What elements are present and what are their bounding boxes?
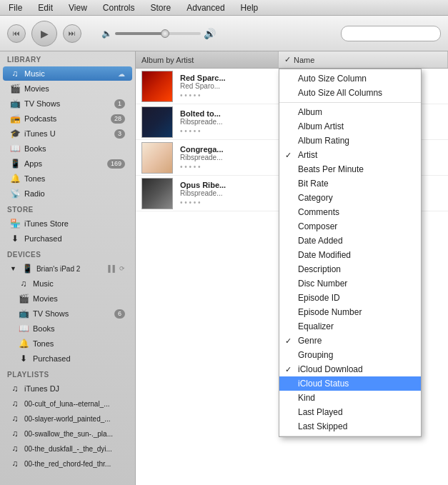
- context-menu: Auto Size Column Auto Size All Columns A…: [279, 69, 422, 437]
- ctx-description[interactable]: Description: [279, 262, 421, 276]
- sidebar: LIBRARY ♫ Music ☁ 🎬 Movies 📺 TV Shows 1 …: [0, 51, 136, 485]
- dev-tvshows-icon: 📺: [19, 309, 29, 319]
- ctx-composer-label: Composer: [298, 221, 337, 231]
- ctx-composer[interactable]: Composer: [279, 219, 421, 234]
- sidebar-label-music: Music: [24, 69, 114, 78]
- sidebar-item-ipad[interactable]: ▼ 📱 Brian's iPad 2 ▐▐ ⟳: [3, 261, 132, 276]
- ctx-category-label: Category: [298, 193, 333, 203]
- ctx-last-skipped[interactable]: Last Skipped: [279, 419, 421, 434]
- volume-slider[interactable]: [115, 32, 201, 35]
- menu-store[interactable]: Store: [148, 1, 174, 14]
- sidebar-item-dev-tones[interactable]: 🔔 Tones: [3, 336, 132, 351]
- ctx-equalizer-label: Equalizer: [298, 321, 334, 331]
- sidebar-item-purchased[interactable]: ⬇ Purchased: [3, 231, 132, 246]
- menu-file[interactable]: File: [6, 1, 25, 14]
- sidebar-item-dev-movies[interactable]: 🎬 Movies: [3, 291, 132, 306]
- movies-icon: 🎬: [10, 84, 20, 94]
- sidebar-label-radio: Radio: [24, 189, 125, 198]
- store-header: STORE: [0, 201, 135, 216]
- ctx-episode-id-label: Episode ID: [298, 293, 340, 303]
- apps-badge: 169: [107, 159, 125, 169]
- menu-bar: File Edit View Controls Store Advanced H…: [0, 0, 448, 16]
- menu-advanced[interactable]: Advanced: [184, 1, 227, 14]
- ctx-artist-label: Artist: [298, 150, 317, 160]
- forward-button[interactable]: ⏭: [63, 24, 81, 43]
- ctx-date-added[interactable]: Date Added: [279, 234, 421, 248]
- play-button[interactable]: ▶: [31, 21, 57, 46]
- ctx-genre[interactable]: ✓ Genre: [279, 334, 421, 348]
- sidebar-item-tones[interactable]: 🔔 Tones: [3, 171, 132, 186]
- sidebar-item-dev-music[interactable]: ♫ Music: [3, 276, 132, 291]
- ctx-album-artist[interactable]: Album Artist: [279, 119, 421, 134]
- sidebar-item-pl1[interactable]: ♫ 00-cult_of_luna--eternal_...: [3, 396, 132, 411]
- sidebar-item-books[interactable]: 📖 Books: [3, 141, 132, 156]
- menu-edit[interactable]: Edit: [35, 1, 56, 14]
- ctx-icloud-status[interactable]: iCloud Status: [279, 376, 421, 391]
- dev-books-icon: 📖: [19, 324, 29, 334]
- sidebar-label-dev-tvshows: TV Shows: [33, 309, 110, 318]
- menu-help[interactable]: Help: [238, 1, 262, 14]
- sidebar-item-itunes-store[interactable]: 🏪 iTunes Store: [3, 216, 132, 231]
- ctx-equalizer[interactable]: Equalizer: [279, 319, 421, 334]
- sidebar-item-pl5[interactable]: ♫ 00-the_red_chord-fed_thr...: [3, 456, 132, 471]
- ctx-grouping[interactable]: Grouping: [279, 348, 421, 362]
- column-header-album[interactable]: Album by Artist: [136, 51, 279, 68]
- ctx-last-played[interactable]: Last Played: [279, 405, 421, 419]
- sidebar-item-dev-purchased[interactable]: ⬇ Purchased: [3, 351, 132, 366]
- ctx-icloud-status-label: iCloud Status: [298, 379, 349, 389]
- ctx-episode-number[interactable]: Episode Number: [279, 305, 421, 319]
- sidebar-item-dev-books[interactable]: 📖 Books: [3, 321, 132, 336]
- ctx-album[interactable]: Album: [279, 105, 421, 119]
- sidebar-item-movies[interactable]: 🎬 Movies: [3, 81, 132, 96]
- sidebar-label-podcasts: Podcasts: [24, 114, 106, 123]
- sidebar-label-tones: Tones: [24, 174, 125, 183]
- sidebar-item-tvshows[interactable]: 📺 TV Shows 1: [3, 96, 132, 111]
- sidebar-label-dev-books: Books: [33, 324, 125, 333]
- ctx-category[interactable]: Category: [279, 191, 421, 205]
- ctx-bit-rate[interactable]: Bit Rate: [279, 176, 421, 191]
- pl5-icon: ♫: [10, 459, 20, 469]
- sidebar-label-ipad: Brian's iPad 2: [36, 265, 101, 273]
- sidebar-item-itunesu[interactable]: 🎓 iTunes U 3: [3, 126, 132, 141]
- ctx-artist-check: ✓: [285, 151, 292, 160]
- menu-controls[interactable]: Controls: [100, 1, 138, 14]
- ctx-grouping-label: Grouping: [298, 350, 333, 360]
- rewind-button[interactable]: ⏮: [7, 24, 26, 43]
- pl1-icon: ♫: [10, 399, 20, 409]
- ctx-comments[interactable]: Comments: [279, 205, 421, 219]
- ctx-episode-id[interactable]: Episode ID: [279, 291, 421, 305]
- ctx-auto-size-col[interactable]: Auto Size Column: [279, 71, 421, 86]
- ctx-auto-size-all[interactable]: Auto Size All Columns: [279, 86, 421, 100]
- sidebar-item-apps[interactable]: 📱 Apps 169: [3, 156, 132, 171]
- ctx-date-added-label: Date Added: [298, 236, 343, 246]
- context-menu-top-section: Auto Size Column Auto Size All Columns: [279, 69, 421, 103]
- menu-view[interactable]: View: [66, 1, 90, 14]
- ctx-icloud-download[interactable]: ✓ iCloud Download: [279, 362, 421, 376]
- ctx-kind[interactable]: Kind: [279, 391, 421, 405]
- album-art-1: [141, 71, 173, 102]
- ctx-date-modified[interactable]: Date Modified: [279, 248, 421, 262]
- sidebar-item-itunes-dj[interactable]: ♫ iTunes DJ: [3, 381, 132, 396]
- ctx-bpm[interactable]: Beats Per Minute: [279, 162, 421, 176]
- sidebar-label-dev-purchased: Purchased: [33, 354, 125, 363]
- sidebar-item-radio[interactable]: 📡 Radio: [3, 186, 132, 201]
- ctx-artist[interactable]: ✓ Artist: [279, 148, 421, 162]
- sidebar-label-pl5: 00-the_red_chord-fed_thr...: [24, 460, 125, 468]
- podcasts-badge: 28: [111, 114, 125, 124]
- sidebar-item-pl4[interactable]: ♫ 00-the_duskfall_-_the_dyi...: [3, 441, 132, 456]
- music-icon: ♫: [10, 69, 20, 79]
- sidebar-item-dev-tvshows[interactable]: 📺 TV Shows 6: [3, 306, 132, 321]
- sidebar-item-podcasts[interactable]: 📻 Podcasts 28: [3, 111, 132, 126]
- ctx-album-rating[interactable]: Album Rating: [279, 134, 421, 148]
- sidebar-item-music[interactable]: ♫ Music ☁: [3, 66, 132, 81]
- ctx-bpm-label: Beats Per Minute: [298, 164, 364, 174]
- sidebar-label-dev-tones: Tones: [33, 339, 125, 348]
- sidebar-item-pl3[interactable]: ♫ 00-swallow_the_sun-._pla...: [3, 426, 132, 441]
- ctx-disc-number[interactable]: Disc Number: [279, 276, 421, 291]
- sidebar-label-pl2: 00-slayer-world_painted_...: [24, 415, 125, 423]
- sidebar-item-pl2[interactable]: ♫ 00-slayer-world_painted_...: [3, 411, 132, 426]
- column-header-name[interactable]: ✓ Name: [279, 51, 448, 68]
- radio-icon: 📡: [10, 189, 20, 199]
- search-input[interactable]: [341, 26, 441, 41]
- album-col-label: Album by Artist: [141, 56, 194, 64]
